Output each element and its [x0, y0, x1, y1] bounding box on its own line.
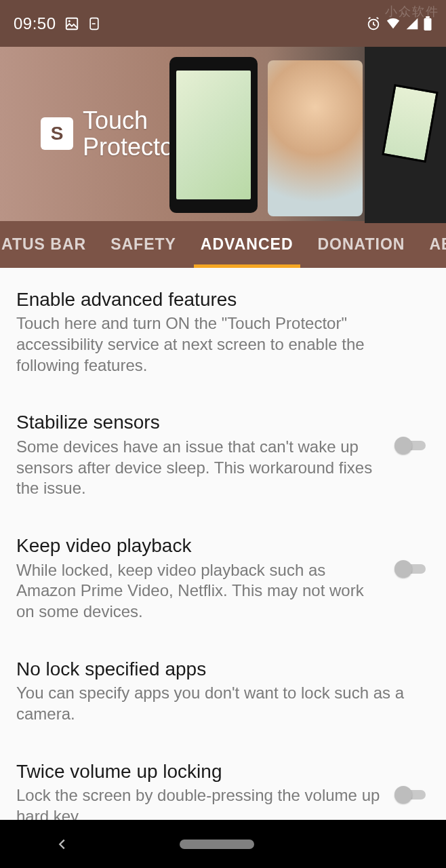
- header-baby-illustration: [268, 60, 363, 216]
- setting-description: You can specify apps you don't want to l…: [16, 683, 430, 724]
- setting-title: Stabilize sensors: [16, 411, 382, 434]
- android-nav-bar: [0, 820, 446, 868]
- app-header-banner: S Touch Protector: [0, 47, 446, 220]
- tab-bar: ATUS BAR SAFETY ADVANCED DONATION ABOUT: [0, 221, 446, 268]
- setting-stabilize-sensors[interactable]: Stabilize sensors Some devices have an i…: [16, 411, 430, 499]
- setting-enable-advanced[interactable]: Enable advanced features Touch here and …: [16, 288, 430, 376]
- setting-description: Lock the screen by double-pressing the v…: [16, 785, 382, 820]
- app-title: Touch Protector: [83, 107, 182, 161]
- settings-list: Enable advanced features Touch here and …: [0, 268, 446, 820]
- setting-title: Twice volume up locking: [16, 760, 382, 783]
- tab-about[interactable]: ABOUT: [417, 221, 446, 268]
- setting-twice-volume-up[interactable]: Twice volume up locking Lock the screen …: [16, 760, 430, 820]
- clock-text: 09:50: [14, 14, 56, 33]
- setting-keep-video-playback[interactable]: Keep video playback While locked, keep v…: [16, 534, 430, 623]
- android-status-bar: 09:50 小众软件: [0, 0, 446, 47]
- wifi-icon: [385, 16, 401, 31]
- setting-description: Touch here and turn ON the "Touch Protec…: [16, 313, 430, 376]
- toggle-stabilize-sensors[interactable]: [394, 435, 430, 456]
- setting-no-lock-apps[interactable]: No lock specified apps You can specify a…: [16, 658, 430, 725]
- image-notification-icon: [64, 16, 79, 31]
- tab-donation[interactable]: DONATION: [306, 221, 418, 268]
- header-phone-illustration: [169, 57, 258, 213]
- toggle-twice-volume-up[interactable]: [394, 785, 430, 805]
- svg-rect-4: [424, 18, 432, 30]
- tab-status-bar[interactable]: ATUS BAR: [0, 221, 98, 268]
- nav-home-pill[interactable]: [180, 840, 254, 849]
- alarm-icon: [366, 16, 381, 31]
- setting-title: No lock specified apps: [16, 658, 430, 681]
- setting-description: Some devices have an issue that can't wa…: [16, 437, 382, 499]
- setting-title: Keep video playback: [16, 534, 382, 557]
- setting-title: Enable advanced features: [16, 288, 430, 311]
- tab-safety[interactable]: SAFETY: [98, 221, 188, 268]
- svg-rect-5: [426, 16, 430, 18]
- app-notification-icon: [87, 16, 101, 31]
- signal-icon: [405, 17, 419, 31]
- svg-rect-0: [66, 18, 77, 29]
- battery-icon: [423, 16, 432, 31]
- header-pocket-illustration: [365, 47, 446, 223]
- nav-back-icon[interactable]: [55, 837, 70, 852]
- tab-advanced[interactable]: ADVANCED: [188, 221, 306, 268]
- setting-description: While locked, keep video playback such a…: [16, 560, 382, 623]
- svg-point-1: [68, 20, 70, 22]
- toggle-keep-video[interactable]: [394, 559, 430, 579]
- app-logo-icon: S: [41, 117, 73, 150]
